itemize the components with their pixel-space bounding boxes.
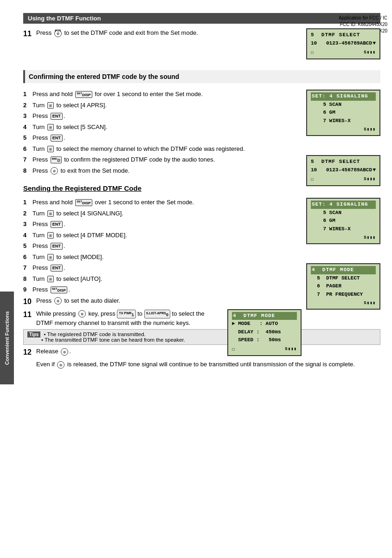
header-line1: Application for FCC / IC [339, 15, 387, 21]
dial-icon7: ⊞ [47, 276, 54, 282]
tips-line1: • The registered DTMF code is transmitte… [44, 331, 146, 337]
step-s2-5: 5 Press ENT. [23, 133, 302, 143]
tips-label: Tips [27, 331, 40, 337]
tips-line2: • The transmitted DTMF tone can be heard… [41, 337, 185, 343]
lcd2-display: SET: 4 SIGNALING 5 SCAN 6 GM 7 WIRES-X S… [306, 90, 380, 136]
dial-icon4: ⊞ [47, 210, 54, 217]
step-s2-3: 3 Press ENT. [23, 111, 302, 121]
step-s3-1: 1 Press and hold SETDISP over 1 second t… [23, 198, 302, 207]
lcd4-display: SET: 4 SIGNALING 5 SCAN 6 GM 7 WIRES-X S… [306, 198, 380, 244]
step-s3-8: 8 Turn ⊞ to select [AUTO]. [23, 274, 302, 284]
ptt-icon2: ⊙ [51, 167, 58, 175]
set-disp-icon: SETDISP [75, 91, 92, 98]
dial-icon5: ⊞ [47, 232, 54, 239]
ptt-icon3: ⊙ [54, 297, 62, 305]
ent-icon3: ENT [51, 221, 63, 228]
lcd5-display: 4 DTMF MODE 5 DTMF SELECT 6 PAGER 7 PR F… [306, 263, 380, 310]
step-s2-1: 1 Press and hold SETDISP for over 1 seco… [23, 90, 302, 99]
ptt-icon5: ⊙ [61, 348, 68, 356]
lcd6-display: 4 DTMF MODE ► MODE : AUTO DELAY : 450ms … [227, 309, 302, 356]
step-s2-6: 6 Turn ⊞ to select the memory channel to… [23, 144, 380, 154]
dial-icon3: ⊞ [47, 146, 54, 152]
step-s2-7: 7 Press MW⊡ to confirm the registered DT… [23, 155, 302, 164]
ent-icon4: ENT [51, 243, 63, 250]
step-s3-6: 6 Turn ⊞ to select [MODE]. [23, 253, 380, 262]
sidebar-label: Convenient Functions [0, 292, 14, 384]
key-txpwr: TX PWR1 [117, 310, 135, 318]
ent-icon2: ENT [51, 135, 63, 142]
ent-icon5: ENT [51, 265, 63, 272]
dial-icon6: ⊞ [47, 254, 54, 260]
step-s3-10: 10 Press ⊙ to set the auto dialer. [23, 296, 302, 307]
step-s3-3: 3 Press ENT. [23, 220, 302, 229]
section1-header: Using the DTMF Function [23, 13, 380, 24]
lcd3-display: 5 DTMF SELECT 10 0123-456789ABCD▼ ☐ S▮▮▮ [306, 155, 380, 186]
step-s3-7: 7 Press ENT. [23, 263, 302, 273]
key-slist: S.LIST-APRS0 [144, 310, 170, 318]
step-s3-9: 9 Press SETDISP. [23, 285, 302, 294]
step-s3-11: 11 While pressing ⊙ key, press TX PWR1 t… [23, 309, 223, 328]
ent-icon: ENT [51, 113, 63, 120]
dial-icon: ⊞ [47, 102, 54, 109]
lcd1-display: 5 DTMF SELECT 10 0123-456789ABCD▼ ☐ S▮▮▮ [306, 28, 380, 59]
ptt-icon4: ⊙ [78, 310, 86, 318]
set-disp-icon3: SETDISP [51, 286, 67, 294]
section2-header: Confirming the entered DTMF code by the … [23, 70, 380, 83]
step11: 11 Press PTT⊙ to set the DTMF code and e… [23, 28, 302, 39]
ptt-icon: PTT⊙ [54, 30, 62, 37]
step-s3-2: 2 Turn ⊞ to select [4 SIGNALING]. [23, 209, 302, 218]
dial-icon2: ⊞ [47, 124, 54, 130]
step-s3-12: 12 Release ⊙. [23, 347, 223, 358]
step-s2-8: 8 Press ⊙ to exit from the Set mode. [23, 166, 302, 175]
step-s2-2: 2 Turn ⊞ to select [4 APRS]. [23, 101, 302, 110]
ptt-icon6: ⊙ [57, 361, 64, 369]
set-disp-icon2: SETDISP [75, 199, 92, 207]
tips-box: Tips • The registered DTMF code is trans… [23, 329, 380, 345]
step-s3-5: 5 Press ENT. [23, 241, 302, 251]
step-s3-4: 4 Turn ⊞ to select [4 DTMF MODE]. [23, 231, 302, 240]
step12-extra: Even if ⊙ is released, the DTMF tone sig… [23, 360, 380, 369]
mw-icon: MW⊡ [51, 156, 62, 164]
step-s2-4: 4 Turn ⊞ to select [5 SCAN]. [23, 123, 302, 132]
